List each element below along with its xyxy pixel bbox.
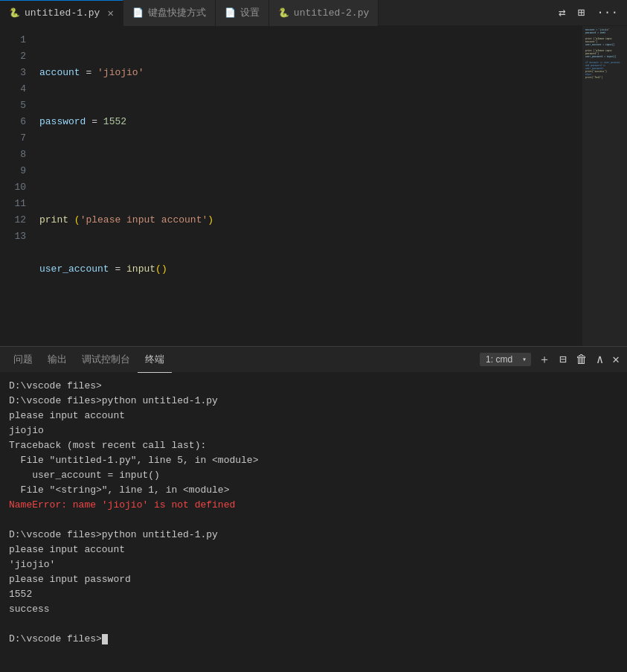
line-numbers: 1 2 3 4 5 6 7 8 9 10 11 12 13 — [0, 26, 33, 346]
terminal-line-12: please input account — [9, 543, 618, 557]
tab-label-keyboard: 键盘快捷方式 — [148, 6, 206, 19]
panel-tab-problems-label: 问题 — [13, 353, 33, 366]
line-num-2: 2 — [0, 48, 26, 65]
code-line-1: account = 'jiojio' — [39, 65, 582, 81]
terminal-line-16: success — [9, 602, 618, 617]
terminal-content[interactable]: D:\vscode files> D:\vscode files>python … — [0, 373, 627, 672]
code-editor[interactable]: account = 'jiojio' password = 1552 print… — [33, 26, 582, 346]
line-num-6: 6 — [0, 114, 26, 130]
editor-area: 1 2 3 4 5 6 7 8 9 10 11 12 13 account = … — [0, 26, 627, 346]
file-icon-keyboard: 📄 — [132, 7, 144, 19]
terminal-line-9: NameError: name 'jiojio' is not defined — [9, 498, 618, 513]
line-num-10: 10 — [0, 179, 26, 196]
panel-tab-debug-label: 调试控制台 — [82, 353, 130, 366]
python-icon: 🐍 — [9, 7, 20, 19]
panel-tab-problems[interactable]: 问题 — [6, 347, 40, 373]
terminal-line-6: File "untitled-1.py", line 5, in <module… — [9, 453, 618, 468]
terminal-select-wrapper[interactable]: 1: cmd — [480, 353, 531, 366]
terminal-select[interactable]: 1: cmd — [480, 353, 531, 366]
editor-layout-button[interactable]: ⊞ — [575, 4, 588, 22]
python-icon-2: 🐍 — [278, 7, 289, 19]
delete-terminal-button[interactable]: 🗑 — [574, 351, 589, 368]
close-tab-icon[interactable]: ✕ — [107, 7, 113, 19]
terminal-line-14: please input password — [9, 572, 618, 587]
tab-untitled-1[interactable]: 🐍 untitled-1.py ✕ — [0, 0, 123, 26]
line-num-4: 4 — [0, 81, 26, 97]
terminal-line-13: 'jiojio' — [9, 557, 618, 572]
panel-tab-output[interactable]: 输出 — [40, 347, 74, 373]
panel-tab-actions: 1: cmd ＋ ⊟ 🗑 ∧ ✕ — [480, 351, 621, 369]
terminal-line-18: D:\vscode files> — [9, 632, 618, 647]
terminal-line-17 — [9, 617, 618, 632]
line-num-12: 12 — [0, 212, 26, 228]
tab-label-untitled-2: untitled-2.py — [294, 7, 369, 19]
terminal-line-10 — [9, 513, 618, 528]
tab-settings[interactable]: 📄 设置 — [216, 0, 269, 26]
terminal-line-8: File "<string>", line 1, in <module> — [9, 483, 618, 498]
file-icon-settings: 📄 — [225, 7, 236, 19]
line-num-1: 1 — [0, 32, 26, 48]
terminal-line-1: D:\vscode files> — [9, 379, 618, 394]
maximize-panel-button[interactable]: ∧ — [595, 351, 605, 368]
terminal-line-3: please input account — [9, 409, 618, 423]
terminal-line-15: 1552 — [9, 587, 618, 602]
terminal-line-11: D:\vscode files>python untitled-1.py — [9, 528, 618, 543]
line-num-9: 9 — [0, 163, 26, 179]
panel-tabs: 问题 输出 调试控制台 终端 1: cmd ＋ ⊟ 🗑 ∧ ✕ — [0, 347, 627, 373]
terminal-line-5: Traceback (most recent call last): — [9, 438, 618, 453]
terminal-line-7: user_account = input() — [9, 468, 618, 483]
terminal-line-4: jiojio — [9, 423, 618, 438]
line-num-11: 11 — [0, 196, 26, 212]
code-line-4: print ('please input account') — [39, 212, 582, 228]
minimap: account = 'jiojio' password = 1552 print… — [582, 26, 627, 346]
panel-tab-output-label: 输出 — [48, 353, 67, 366]
line-num-13: 13 — [0, 228, 26, 245]
panel-tab-terminal-label: 终端 — [145, 353, 164, 366]
tab-label-settings: 设置 — [240, 6, 260, 19]
line-num-8: 8 — [0, 147, 26, 163]
split-terminal-button[interactable]: ⊟ — [558, 351, 568, 368]
line-num-5: 5 — [0, 97, 26, 114]
new-terminal-button[interactable]: ＋ — [537, 351, 552, 369]
more-actions-button[interactable]: ··· — [594, 4, 621, 21]
minimap-content: account = 'jiojio' password = 1552 print… — [582, 26, 627, 83]
line-num-7: 7 — [0, 130, 26, 147]
tab-label-untitled-1: untitled-1.py — [25, 7, 100, 19]
panel-tab-terminal[interactable]: 终端 — [138, 347, 172, 373]
code-line-3 — [39, 163, 582, 179]
code-line-5: user_account = input() — [39, 261, 582, 278]
terminal-panel: 问题 输出 调试控制台 终端 1: cmd ＋ ⊟ 🗑 ∧ ✕ D:\vscod… — [0, 346, 627, 672]
tab-keyboard[interactable]: 📄 键盘快捷方式 — [123, 0, 216, 26]
terminal-line-2: D:\vscode files>python untitled-1.py — [9, 394, 618, 409]
tab-bar: 🐍 untitled-1.py ✕ 📄 键盘快捷方式 📄 设置 🐍 untitl… — [0, 0, 627, 26]
line-num-3: 3 — [0, 65, 26, 81]
code-line-2: password = 1552 — [39, 114, 582, 130]
split-editor-button[interactable]: ⇄ — [556, 4, 569, 22]
tab-untitled-2[interactable]: 🐍 untitled-2.py — [269, 0, 379, 26]
tab-actions: ⇄ ⊞ ··· — [556, 4, 627, 22]
close-panel-button[interactable]: ✕ — [611, 351, 621, 368]
panel-tab-debug[interactable]: 调试控制台 — [74, 347, 138, 373]
code-line-6 — [39, 310, 582, 327]
